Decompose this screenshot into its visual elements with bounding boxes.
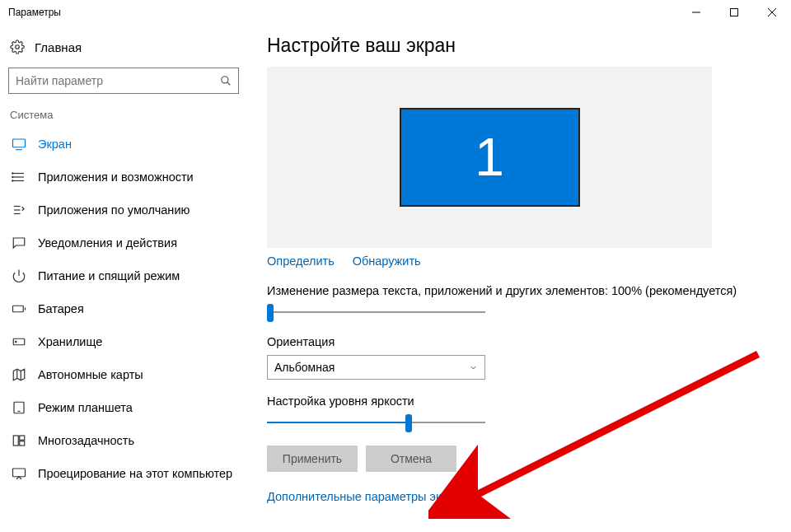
search-input[interactable] — [16, 74, 220, 87]
svg-point-14 — [12, 180, 14, 182]
display-icon — [12, 137, 26, 152]
sidebar-item-label: Уведомления и действия — [38, 236, 177, 250]
close-button[interactable] — [753, 0, 791, 25]
window-title: Параметры — [8, 7, 61, 18]
section-label: Система — [7, 109, 241, 128]
detect-link[interactable]: Обнаружить — [353, 254, 421, 268]
identify-link[interactable]: Определить — [267, 254, 335, 268]
sidebar-item-label: Режим планшета — [38, 401, 133, 414]
sidebar-item-label: Хранилище — [38, 335, 102, 348]
orientation-dropdown[interactable]: Альбомная — [267, 355, 485, 380]
sidebar-item-battery[interactable]: Батарея — [7, 292, 241, 325]
search-icon — [220, 75, 232, 86]
project-icon — [12, 466, 26, 481]
svg-rect-30 — [20, 441, 25, 446]
scale-label: Изменение размера текста, приложений и д… — [267, 284, 771, 297]
search-input-wrap[interactable] — [8, 68, 239, 94]
sidebar-item-apps-features[interactable]: Приложения и возможности — [7, 161, 241, 194]
svg-rect-1 — [731, 9, 738, 16]
svg-rect-7 — [13, 139, 26, 147]
svg-marker-23 — [13, 369, 25, 380]
sidebar-item-label: Питание и спящий режим — [38, 269, 180, 282]
chevron-down-icon — [469, 363, 478, 372]
orientation-label: Ориентация — [267, 335, 771, 348]
sidebar-item-label: Приложения по умолчанию — [38, 203, 190, 217]
sidebar-item-storage[interactable]: Хранилище — [7, 325, 241, 358]
gear-icon — [10, 40, 25, 54]
cancel-button[interactable]: Отмена — [366, 446, 456, 472]
home-label: Главная — [35, 40, 82, 54]
svg-point-12 — [12, 173, 14, 175]
monitor-1[interactable]: 1 — [400, 108, 580, 207]
tablet-icon — [12, 400, 26, 415]
storage-icon — [12, 334, 26, 349]
svg-rect-19 — [13, 306, 24, 312]
brightness-label: Настройка уровня яркости — [267, 394, 771, 408]
svg-point-13 — [12, 176, 14, 178]
advanced-display-link[interactable]: Дополнительные параметры экрана — [267, 490, 468, 503]
svg-rect-28 — [13, 436, 18, 446]
sidebar-item-label: Приложения и возможности — [38, 170, 194, 184]
sidebar-item-label: Многозадачность — [38, 434, 134, 447]
sidebar-item-power-sleep[interactable]: Питание и спящий режим — [7, 259, 241, 292]
sidebar-item-default-apps[interactable]: Приложения по умолчанию — [7, 194, 241, 226]
sidebar-item-multitasking[interactable]: Многозадачность — [7, 424, 241, 457]
svg-rect-31 — [13, 469, 26, 477]
notifications-icon — [12, 236, 26, 250]
sidebar-item-display[interactable]: Экран — [7, 128, 241, 161]
svg-rect-29 — [20, 436, 25, 440]
orientation-value: Альбомная — [274, 361, 335, 374]
sidebar-item-label: Проецирование на этот компьютер — [38, 467, 232, 480]
battery-icon — [12, 301, 26, 316]
multitasking-icon — [12, 433, 26, 448]
monitor-label: 1 — [475, 127, 504, 188]
apply-button[interactable]: Применить — [267, 446, 358, 472]
map-icon — [12, 367, 26, 382]
home-link[interactable]: Главная — [7, 35, 241, 68]
power-icon — [12, 268, 26, 283]
sidebar-item-notifications[interactable]: Уведомления и действия — [7, 226, 241, 259]
svg-point-22 — [16, 341, 17, 343]
svg-point-4 — [16, 45, 20, 49]
maximize-button[interactable] — [715, 0, 753, 25]
sidebar-item-label: Батарея — [38, 302, 84, 315]
svg-point-5 — [222, 77, 228, 83]
sidebar-item-label: Автономные карты — [38, 368, 143, 381]
svg-line-6 — [227, 82, 231, 86]
display-preview[interactable]: 1 — [267, 67, 712, 248]
brightness-slider[interactable] — [267, 414, 485, 431]
default-apps-icon — [12, 203, 26, 217]
sidebar-item-projecting[interactable]: Проецирование на этот компьютер — [7, 457, 241, 490]
scale-slider[interactable] — [267, 304, 485, 320]
minimize-button[interactable] — [677, 0, 715, 25]
page-title: Настройте ваш экран — [267, 35, 771, 57]
sidebar-item-label: Экран — [38, 138, 72, 151]
sidebar-item-tablet-mode[interactable]: Режим планшета — [7, 391, 241, 424]
sidebar-item-offline-maps[interactable]: Автономные карты — [7, 358, 241, 391]
list-icon — [12, 170, 26, 184]
